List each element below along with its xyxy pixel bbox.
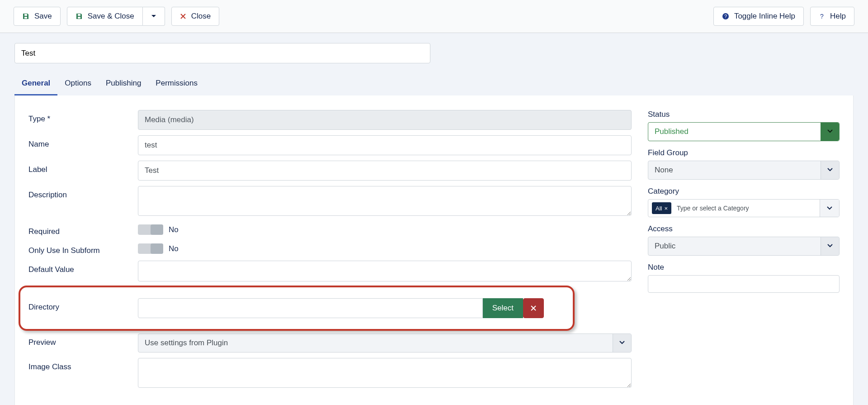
close-icon: × bbox=[664, 205, 668, 212]
save-icon bbox=[22, 13, 29, 20]
row-directory: Directory Select bbox=[28, 288, 632, 328]
note-input[interactable] bbox=[648, 275, 840, 293]
label-label: Label bbox=[28, 161, 138, 174]
group-status: Status Published bbox=[648, 110, 840, 141]
label-image-class: Image Class bbox=[28, 358, 138, 372]
title-row bbox=[0, 33, 868, 71]
label-directory: Directory bbox=[28, 298, 138, 312]
chevron-down-icon bbox=[619, 340, 625, 345]
tab-permissions[interactable]: Permissions bbox=[148, 71, 205, 95]
access-select[interactable]: Public bbox=[648, 237, 840, 256]
tab-general[interactable]: General bbox=[14, 71, 57, 95]
close-icon bbox=[180, 13, 186, 19]
subform-toggle[interactable] bbox=[138, 243, 163, 254]
form-card: Type * Media (media) Name Label Descript… bbox=[14, 95, 854, 405]
row-type: Type * Media (media) bbox=[28, 110, 632, 130]
label-input[interactable] bbox=[138, 161, 632, 181]
tab-options[interactable]: Options bbox=[57, 71, 99, 95]
label-required: Required bbox=[28, 223, 138, 236]
row-default: Default Value bbox=[28, 261, 632, 283]
tabs: General Options Publishing Permissions bbox=[0, 71, 868, 95]
row-image-class: Image Class bbox=[28, 358, 632, 389]
tab-publishing[interactable]: Publishing bbox=[99, 71, 148, 95]
save-label: Save bbox=[34, 12, 52, 21]
question-icon: ? bbox=[819, 13, 825, 19]
toggle-inline-help-button[interactable]: ? Toggle Inline Help bbox=[713, 7, 804, 26]
label-note: Note bbox=[648, 263, 840, 272]
row-preview: Preview Use settings from Plugin bbox=[28, 334, 632, 353]
group-field-group: Field Group None bbox=[648, 148, 840, 180]
toggle-help-label: Toggle Inline Help bbox=[734, 12, 795, 21]
required-toggle[interactable] bbox=[138, 224, 163, 235]
required-value: No bbox=[169, 225, 179, 234]
status-select[interactable]: Published bbox=[648, 122, 840, 141]
name-input[interactable] bbox=[138, 135, 632, 155]
label-access: Access bbox=[648, 224, 840, 233]
sidebar-column: Status Published Field Group None bbox=[648, 110, 840, 395]
status-value: Published bbox=[655, 127, 689, 136]
row-required: Required No bbox=[28, 223, 632, 236]
field-group-value: None bbox=[655, 166, 673, 175]
row-name: Name bbox=[28, 135, 632, 155]
help-button[interactable]: ? Help bbox=[810, 7, 854, 26]
label-field-group: Field Group bbox=[648, 148, 840, 157]
title-input[interactable] bbox=[14, 43, 430, 63]
row-label: Label bbox=[28, 161, 632, 181]
label-name: Name bbox=[28, 135, 138, 149]
description-textarea[interactable] bbox=[138, 186, 632, 216]
close-label: Close bbox=[191, 12, 211, 21]
svg-text:?: ? bbox=[724, 14, 727, 19]
group-note: Note bbox=[648, 263, 840, 293]
directory-select-button[interactable]: Select bbox=[483, 298, 523, 318]
label-default: Default Value bbox=[28, 261, 138, 274]
default-textarea[interactable] bbox=[138, 261, 632, 281]
type-value: Media (media) bbox=[138, 110, 632, 130]
group-category: Category All × Type or select a Category bbox=[648, 187, 840, 217]
category-placeholder: Type or select a Category bbox=[671, 200, 820, 217]
row-subform: Only Use In Subform No bbox=[28, 242, 632, 255]
save-close-group: Save & Close bbox=[67, 7, 165, 26]
save-close-button[interactable]: Save & Close bbox=[67, 7, 143, 26]
save-close-label: Save & Close bbox=[88, 12, 134, 21]
category-chip-label: All bbox=[656, 205, 662, 212]
category-dropdown-toggle[interactable] bbox=[820, 200, 839, 217]
main-column: Type * Media (media) Name Label Descript… bbox=[28, 110, 632, 395]
directory-input[interactable] bbox=[138, 298, 483, 318]
help-label: Help bbox=[830, 12, 846, 21]
question-circle-icon: ? bbox=[722, 13, 729, 20]
label-description: Description bbox=[28, 186, 138, 200]
chevron-down-icon bbox=[151, 14, 156, 19]
chevron-down-icon bbox=[827, 205, 832, 211]
preview-value: Use settings from Plugin bbox=[145, 338, 228, 348]
label-category: Category bbox=[648, 187, 840, 196]
category-chip[interactable]: All × bbox=[652, 202, 671, 214]
field-group-select[interactable]: None bbox=[648, 161, 840, 180]
image-class-textarea[interactable] bbox=[138, 358, 632, 388]
category-select[interactable]: All × Type or select a Category bbox=[648, 199, 840, 217]
subform-value: No bbox=[169, 244, 179, 253]
close-icon bbox=[531, 305, 536, 311]
label-type: Type * bbox=[28, 110, 138, 124]
close-button[interactable]: Close bbox=[171, 7, 219, 26]
toolbar: Save Save & Close Close ? bbox=[0, 0, 868, 33]
row-description: Description bbox=[28, 186, 632, 217]
save-close-dropdown-toggle[interactable] bbox=[143, 7, 165, 26]
label-subform: Only Use In Subform bbox=[28, 242, 138, 255]
svg-text:?: ? bbox=[820, 13, 824, 19]
save-button[interactable]: Save bbox=[14, 7, 61, 26]
label-status: Status bbox=[648, 110, 840, 119]
chevron-down-icon bbox=[827, 167, 833, 172]
chevron-down-icon bbox=[827, 243, 833, 248]
access-value: Public bbox=[655, 242, 675, 251]
group-access: Access Public bbox=[648, 224, 840, 256]
save-icon bbox=[75, 13, 83, 20]
label-preview: Preview bbox=[28, 334, 138, 347]
directory-clear-button[interactable] bbox=[523, 298, 544, 318]
preview-select[interactable]: Use settings from Plugin bbox=[138, 334, 632, 353]
chevron-down-icon bbox=[827, 129, 833, 134]
